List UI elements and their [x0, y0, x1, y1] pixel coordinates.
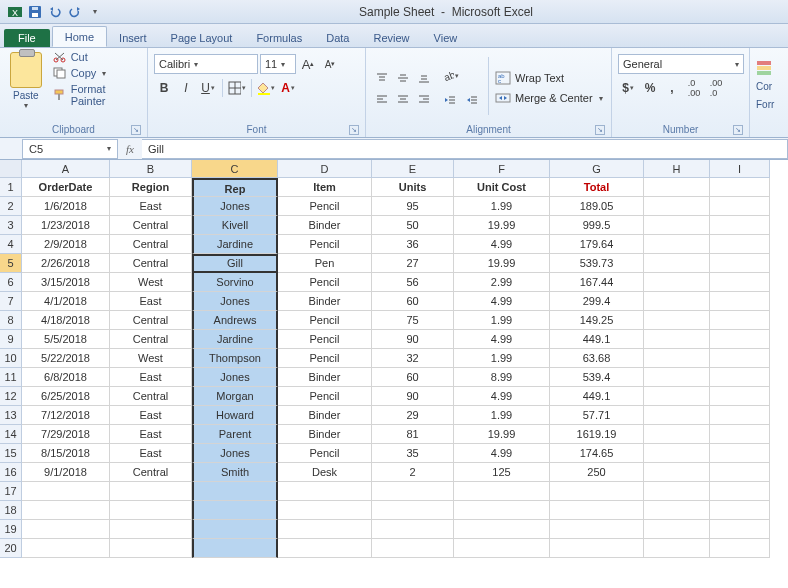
cell[interactable]	[644, 463, 710, 482]
worksheet[interactable]: ABCDEFGHI 123456789101112131415161718192…	[0, 160, 788, 588]
cell[interactable]: 29	[372, 406, 454, 425]
row-header[interactable]: 6	[0, 273, 22, 292]
cell[interactable]: Pencil	[278, 235, 372, 254]
cell[interactable]: 1.99	[454, 311, 550, 330]
cell[interactable]: Pencil	[278, 387, 372, 406]
column-header[interactable]: G	[550, 160, 644, 178]
cell[interactable]	[644, 197, 710, 216]
cell[interactable]: 27	[372, 254, 454, 273]
font-size-combo[interactable]: 11▾	[260, 54, 296, 74]
cell[interactable]	[710, 254, 770, 273]
cell[interactable]: Jones	[192, 444, 278, 463]
cell[interactable]: West	[110, 349, 192, 368]
cell[interactable]: 6/8/2018	[22, 368, 110, 387]
cell[interactable]	[550, 501, 644, 520]
cell[interactable]	[644, 387, 710, 406]
copy-button[interactable]: Copy▾	[50, 66, 141, 80]
cell[interactable]: 125	[454, 463, 550, 482]
cell[interactable]: 449.1	[550, 330, 644, 349]
cell[interactable]: 57.71	[550, 406, 644, 425]
cell[interactable]: 19.99	[454, 254, 550, 273]
cell[interactable]: Jardine	[192, 330, 278, 349]
cell[interactable]: Binder	[278, 425, 372, 444]
row-header[interactable]: 7	[0, 292, 22, 311]
cell[interactable]	[644, 216, 710, 235]
row-header[interactable]: 10	[0, 349, 22, 368]
cell[interactable]: 174.65	[550, 444, 644, 463]
cell[interactable]	[550, 520, 644, 539]
cell[interactable]: 999.5	[550, 216, 644, 235]
cell[interactable]	[710, 330, 770, 349]
cell[interactable]	[278, 539, 372, 558]
cell[interactable]: 539.73	[550, 254, 644, 273]
cell[interactable]	[644, 178, 710, 197]
cell[interactable]: 4.99	[454, 292, 550, 311]
cell[interactable]	[192, 539, 278, 558]
cell[interactable]: 36	[372, 235, 454, 254]
row-header[interactable]: 8	[0, 311, 22, 330]
cell[interactable]: 8.99	[454, 368, 550, 387]
cell[interactable]	[372, 539, 454, 558]
row-header[interactable]: 9	[0, 330, 22, 349]
row-header[interactable]: 14	[0, 425, 22, 444]
cell[interactable]: East	[110, 292, 192, 311]
cell[interactable]	[710, 425, 770, 444]
increase-decimal-icon[interactable]: .0.00	[684, 78, 704, 98]
name-box[interactable]: C5▾	[22, 139, 118, 159]
cell[interactable]	[644, 444, 710, 463]
cell[interactable]: 4/18/2018	[22, 311, 110, 330]
cell[interactable]	[110, 482, 192, 501]
column-header[interactable]: D	[278, 160, 372, 178]
row-header[interactable]: 12	[0, 387, 22, 406]
italic-button[interactable]: I	[176, 78, 196, 98]
cell[interactable]: 75	[372, 311, 454, 330]
cell[interactable]: 3/15/2018	[22, 273, 110, 292]
cell[interactable]: East	[110, 406, 192, 425]
cell[interactable]: 90	[372, 330, 454, 349]
save-icon[interactable]	[26, 3, 44, 21]
cell[interactable]	[710, 311, 770, 330]
cell[interactable]	[454, 482, 550, 501]
cell[interactable]: Central	[110, 330, 192, 349]
orientation-button[interactable]: ab	[440, 66, 460, 86]
decrease-indent-icon[interactable]	[440, 90, 460, 110]
dialog-launcher-icon[interactable]: ↘	[131, 125, 141, 135]
cell[interactable]: Morgan	[192, 387, 278, 406]
cell[interactable]	[710, 292, 770, 311]
dialog-launcher-icon[interactable]: ↘	[595, 125, 605, 135]
cell[interactable]	[550, 539, 644, 558]
tab-view[interactable]: View	[422, 28, 470, 47]
qat-dropdown-icon[interactable]: ▾	[86, 3, 104, 21]
cell[interactable]: Central	[110, 311, 192, 330]
cell[interactable]: Pencil	[278, 444, 372, 463]
tab-data[interactable]: Data	[314, 28, 361, 47]
cell[interactable]	[192, 501, 278, 520]
align-bottom-icon[interactable]	[414, 68, 434, 88]
cell[interactable]	[454, 501, 550, 520]
font-color-button[interactable]: A	[278, 78, 298, 98]
cell[interactable]	[710, 482, 770, 501]
row-header[interactable]: 2	[0, 197, 22, 216]
cell[interactable]: Binder	[278, 292, 372, 311]
bold-button[interactable]: B	[154, 78, 174, 98]
cell[interactable]: 19.99	[454, 216, 550, 235]
cell[interactable]: 35	[372, 444, 454, 463]
cond-format-partial[interactable]	[756, 60, 778, 76]
format-painter-button[interactable]: Format Painter	[50, 82, 141, 108]
cell[interactable]	[644, 292, 710, 311]
font-name-combo[interactable]: Calibri▾	[154, 54, 258, 74]
cell[interactable]	[644, 482, 710, 501]
cell[interactable]: 179.64	[550, 235, 644, 254]
cell[interactable]: 1.99	[454, 406, 550, 425]
align-middle-icon[interactable]	[393, 68, 413, 88]
cell[interactable]	[372, 482, 454, 501]
cell[interactable]	[644, 425, 710, 444]
select-all-corner[interactable]	[0, 160, 22, 178]
cell[interactable]: 1/6/2018	[22, 197, 110, 216]
cell[interactable]: Central	[110, 387, 192, 406]
cell[interactable]: Rep	[192, 178, 278, 197]
cell[interactable]: 2	[372, 463, 454, 482]
row-header[interactable]: 5	[0, 254, 22, 273]
shrink-font-icon[interactable]: A▾	[320, 54, 340, 74]
column-header[interactable]: C	[192, 160, 278, 178]
